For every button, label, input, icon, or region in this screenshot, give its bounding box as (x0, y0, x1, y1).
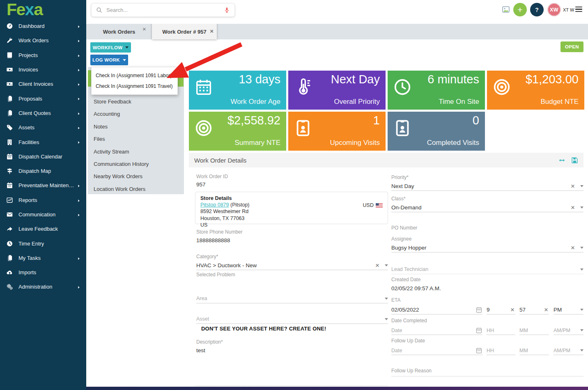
eta-date-input[interactable]: 02/05/2022 (391, 305, 482, 314)
help-button[interactable]: ? (530, 3, 544, 16)
tab-work-orders[interactable]: Work Orders (86, 24, 152, 39)
log-work-option-0[interactable]: Check In (Assignment 1091 Labor) (92, 70, 177, 81)
sidebar-item-projects[interactable]: Projects (0, 48, 86, 62)
search-input[interactable] (106, 7, 223, 13)
stat-tile-0[interactable]: 13 days Work Order Age (189, 71, 286, 110)
follow-up-date-input[interactable]: Date (391, 346, 482, 355)
sidebar-item-preventative-maintenance[interactable]: Preventative Maintena... (0, 178, 86, 193)
tile-label: Upcoming Visits (330, 139, 380, 147)
side-menu-item-6[interactable]: Nearby Work Orders (88, 170, 184, 183)
sidebar-item-work-orders[interactable]: Work Orders (0, 33, 86, 48)
follow-up-ampm-select[interactable]: AM/PM (554, 346, 583, 355)
assignee-select[interactable]: Bugsy Hopper × (391, 243, 583, 252)
area-select[interactable]: Area (196, 294, 388, 303)
clear-icon[interactable]: × (375, 262, 379, 269)
sidebar-item-dashboard[interactable]: Dashboard (0, 19, 86, 33)
book-icon (6, 52, 13, 59)
class-select[interactable]: On-Demand × (391, 203, 583, 212)
expand-horizontal-icon[interactable] (558, 156, 566, 164)
stat-tile-4[interactable]: $2,558.92 Summary NTE (189, 112, 286, 151)
clear-icon[interactable]: × (510, 306, 514, 313)
follow-up-minute-input[interactable]: MM (519, 346, 549, 355)
log-work-option-1[interactable]: Check In (Assignment 1091 Travel) (92, 81, 177, 92)
stat-tile-3[interactable]: $1,203.00 Budget NTE (487, 71, 584, 110)
eta-ampm-select[interactable]: PM (554, 305, 583, 314)
stat-tile-2[interactable]: 6 minutes Time On Site (388, 71, 485, 110)
eta-hour-input[interactable]: 9 × (487, 305, 515, 314)
sidebar-item-assets[interactable]: Assets (0, 120, 86, 135)
date-completed-date-input[interactable]: Date (391, 326, 482, 335)
save-icon[interactable] (571, 156, 579, 164)
sidebar-item-facilities[interactable]: Facilities (0, 135, 86, 149)
sidebar-item-label: Dispatch Map (18, 168, 51, 174)
clear-icon[interactable]: × (571, 204, 575, 211)
sidebar-item-my-tasks[interactable]: My Tasks (0, 251, 86, 265)
follow-up-hour-input[interactable]: HH (487, 346, 515, 355)
microphone-icon[interactable] (223, 6, 230, 14)
calendar-icon[interactable] (475, 347, 482, 354)
close-icon[interactable]: × (210, 28, 214, 34)
side-menu-item-3[interactable]: Files (88, 133, 184, 145)
avatar[interactable]: XW (547, 3, 561, 16)
calendar-icon[interactable] (475, 306, 482, 313)
caret-down-icon[interactable] (580, 268, 583, 271)
caret-down-icon[interactable] (580, 185, 583, 187)
stat-tile-5[interactable]: 1 Upcoming Visits (288, 112, 386, 151)
caret-down-icon[interactable] (580, 349, 583, 351)
sidebar-item-client-quotes[interactable]: Client Quotes (0, 106, 86, 120)
sidebar-item-label: Client Quotes (18, 110, 51, 116)
sidebar-item-dispatch-calendar[interactable]: Dispatch Calendar (0, 149, 86, 164)
fexa-logo[interactable]: Fexa (7, 0, 42, 19)
sidebar-item-invoices[interactable]: Invoices (0, 62, 86, 77)
category-select[interactable]: HVAC > Ductwork - New × (196, 261, 388, 270)
lead-technician-select[interactable]: Lead Technician (391, 265, 583, 274)
caret-down-icon[interactable] (385, 264, 388, 266)
caret-down-icon[interactable] (385, 318, 388, 320)
status-open-button[interactable]: OPEN (560, 41, 583, 52)
caret-down-icon[interactable] (580, 329, 583, 331)
store-link[interactable]: Pitstop 0879 (200, 202, 229, 208)
calendar-icon[interactable] (475, 327, 482, 334)
caret-down-icon[interactable] (580, 309, 583, 311)
image-icon[interactable] (502, 5, 510, 14)
sidebar-item-reports[interactable]: Reports (0, 193, 86, 207)
clear-icon[interactable]: × (571, 244, 575, 251)
caret-down-icon[interactable] (580, 247, 583, 249)
sidebar-item-communication[interactable]: Communication (0, 207, 86, 222)
side-menu-item-0[interactable]: Store Feedback (88, 96, 184, 108)
date-completed-minute-input[interactable]: MM (519, 326, 549, 335)
log-work-button[interactable]: LOG WORK (90, 55, 128, 65)
clear-icon[interactable]: × (544, 306, 548, 313)
asset-select[interactable]: Asset (196, 314, 388, 324)
hamburger-menu-icon[interactable] (575, 7, 582, 12)
caret-down-icon[interactable] (385, 298, 388, 300)
sidebar-item-leave-feedback[interactable]: Leave Feedback (0, 222, 86, 236)
caret-down-icon[interactable] (580, 206, 583, 209)
create-asset-link[interactable]: DON'T SEE YOUR ASSET HERE? CREATE ONE! (201, 326, 326, 332)
sidebar-item-client-invoices[interactable]: Client Invoices (0, 77, 86, 91)
sidebar-item-time-entry[interactable]: Time Entry (0, 236, 86, 250)
sidebar-item-proposals[interactable]: Proposals (0, 91, 86, 106)
side-menu-item-1[interactable]: Accounting (88, 108, 184, 120)
sidebar-item-imports[interactable]: Imports (0, 265, 86, 280)
close-icon[interactable]: × (142, 26, 146, 32)
workflow-button[interactable]: WORKFLOW (90, 42, 131, 53)
date-completed-ampm-select[interactable]: AM/PM (554, 326, 583, 335)
add-button[interactable]: + (513, 3, 527, 16)
sidebar-item-label: Reports (18, 197, 37, 203)
tile-value: 13 days (239, 73, 280, 86)
side-menu-item-5[interactable]: Communication History (88, 158, 184, 170)
side-menu-item-4[interactable]: Activity Stream (88, 146, 184, 158)
follow-up-reason-input[interactable] (391, 376, 583, 376)
sidebar-item-administration[interactable]: Administration (0, 280, 86, 294)
stat-tile-1[interactable]: Next Day Overall Priority (288, 71, 386, 110)
sidebar-item-dispatch-map[interactable]: Dispatch Map (0, 164, 86, 178)
clear-icon[interactable]: × (571, 183, 575, 190)
tab-work-order-957[interactable]: Work Order # 957 × (152, 22, 217, 39)
side-menu-item-2[interactable]: Notes (88, 121, 184, 133)
side-menu-item-7[interactable]: Location Work Orders (88, 183, 184, 195)
eta-minute-input[interactable]: 57 × (519, 305, 549, 314)
stat-tile-6[interactable]: 0 Completed Visits (388, 112, 485, 151)
priority-select[interactable]: Next Day × (391, 181, 583, 191)
date-completed-hour-input[interactable]: HH (487, 326, 515, 335)
